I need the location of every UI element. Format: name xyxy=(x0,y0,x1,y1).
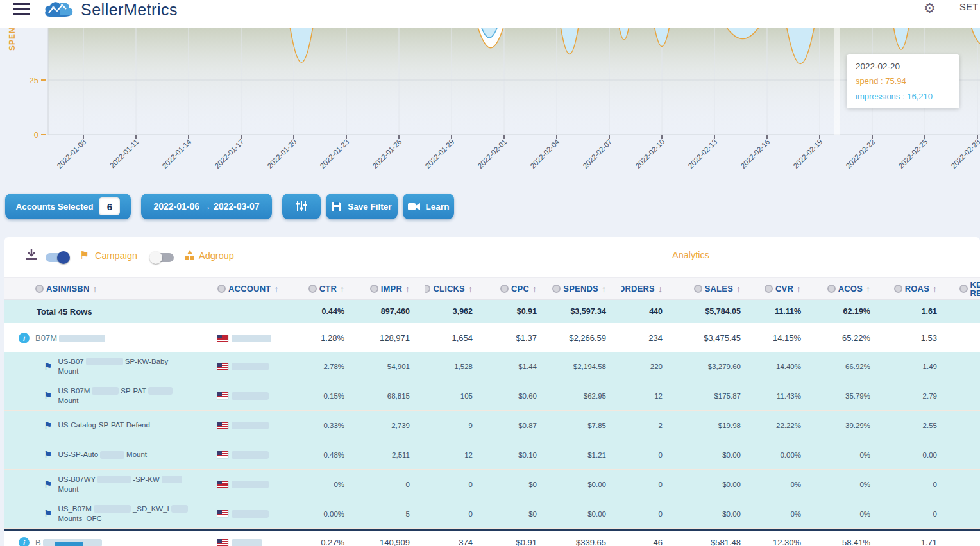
cell-spends: $2,266.59 xyxy=(552,333,621,343)
info-icon[interactable]: i xyxy=(19,537,30,546)
column-header-roas[interactable]: ROAS↑ xyxy=(886,284,952,294)
campaign-toggle[interactable] xyxy=(46,253,69,262)
table-row[interactable]: ⚑US_B07M_SD_KW_IMounts_OFC0.00%50$0$0.00… xyxy=(4,499,980,529)
chart-tooltip: 2022-02-20 spend : 75.94 impressions : 1… xyxy=(847,54,959,108)
brand-logo[interactable]: SellerMetrics xyxy=(44,0,178,19)
x-axis-label: 2022-01-14 xyxy=(137,138,192,193)
x-axis-label: 2022-01-20 xyxy=(242,138,298,193)
cell-orders: 220 xyxy=(621,363,678,370)
download-icon[interactable] xyxy=(26,249,37,260)
sort-arrow[interactable]: ↑ xyxy=(736,284,741,294)
spend-impressions-chart[interactable]: SPEND 25 0 2022-02-20 spend : 75.94 impr… xyxy=(0,28,980,191)
redacted-account xyxy=(232,422,269,429)
date-range-button[interactable]: 2022-01-06 → 2022-03-07 xyxy=(141,194,272,219)
cell-clicks: 105 xyxy=(425,392,488,400)
adgroup-toggle-label: Adgroup xyxy=(199,251,234,261)
column-header-orders[interactable]: ORDERS↓ xyxy=(621,284,678,294)
menu-icon[interactable] xyxy=(13,3,30,15)
settings-gear-icon[interactable]: ⚙ xyxy=(924,1,936,16)
redacted-text xyxy=(94,505,131,513)
cell-cpc: $1.44 xyxy=(488,363,552,370)
column-header-asin[interactable]: ASIN/ISBN↑ xyxy=(4,284,217,294)
row-name: US-B07SP-KW-BabyMount xyxy=(58,357,168,376)
column-header-clicks[interactable]: CLICKS↑ xyxy=(425,284,488,294)
cell-impr: 68,815 xyxy=(360,392,425,400)
cell-cpc: $0.10 xyxy=(488,451,552,459)
table-header-row: ASIN/ISBN↑ACCOUNT↑CTR↑IMPR↑CLICKS↑CPC↑SP… xyxy=(4,277,980,300)
x-axis-label: 2022-02-13 xyxy=(663,138,718,193)
table-row[interactable]: iB07M1.28%128,9711,654$1.37$2,266.59234$… xyxy=(4,324,980,352)
sort-arrow[interactable]: ↓ xyxy=(658,284,663,294)
table-row[interactable]: iB0.27%140,909374$0.91$339.6546$581.4812… xyxy=(4,529,980,546)
tooltip-date: 2022-02-20 xyxy=(856,62,950,71)
sort-arrow[interactable]: ↑ xyxy=(532,284,537,294)
column-info-icon xyxy=(552,285,561,293)
us-flag-icon xyxy=(217,392,228,399)
column-header-impr[interactable]: IMPR↑ xyxy=(360,284,425,294)
column-header-cpc[interactable]: CPC↑ xyxy=(488,284,552,294)
accounts-selected-button[interactable]: Accounts Selected 6 xyxy=(5,194,131,219)
adgroup-toggle[interactable] xyxy=(151,253,174,262)
sort-arrow[interactable]: ↑ xyxy=(405,284,410,294)
table-row[interactable]: ⚑US-Catalog-SP-PAT-Defend0.33%2,7399$0.8… xyxy=(4,411,980,440)
sort-arrow[interactable]: ↑ xyxy=(866,284,870,294)
cell-roas: 0 xyxy=(886,481,952,488)
column-header-acos[interactable]: ACOS↑ xyxy=(816,284,886,294)
column-header-kw[interactable]: KERE xyxy=(952,281,980,297)
column-info-icon xyxy=(217,285,226,293)
redacted-account xyxy=(232,481,269,488)
cell-spends: $339.65 xyxy=(552,538,621,546)
column-label: CVR xyxy=(775,284,793,294)
sort-arrow[interactable]: ↑ xyxy=(933,284,937,294)
cell-impr: 2,511 xyxy=(360,451,425,459)
column-header-account[interactable]: ACCOUNT↑ xyxy=(217,284,301,294)
column-label: CLICKS xyxy=(433,284,465,294)
cell-cpc: $0 xyxy=(488,481,552,488)
sort-arrow[interactable]: ↑ xyxy=(602,284,606,294)
save-filter-button[interactable]: Save Filter xyxy=(326,194,398,219)
redacted-text xyxy=(86,358,123,365)
table-row[interactable]: ⚑US-SP-AutoMount0.48%2,51112$0.10$1.210$… xyxy=(4,440,980,470)
cell-orders: 0 xyxy=(621,481,678,488)
sort-arrow[interactable]: ↑ xyxy=(93,284,97,294)
cell-acos: 65.22% xyxy=(816,333,886,343)
cell-clicks: 1,654 xyxy=(425,333,488,343)
cell-acos: 0% xyxy=(816,451,886,459)
column-label: KERE xyxy=(970,281,980,297)
sort-arrow[interactable]: ↑ xyxy=(468,284,473,294)
x-axis-label: 2022-02-01 xyxy=(453,138,508,193)
redacted-text xyxy=(92,387,119,395)
table-row[interactable]: ⚑US-B07SP-KW-BabyMount2.78%54,9011,528$1… xyxy=(4,352,980,381)
filter-settings-button[interactable] xyxy=(282,194,321,219)
redacted-account xyxy=(232,392,269,400)
x-axis-label: 2022-01-11 xyxy=(85,138,140,193)
column-header-cvr[interactable]: CVR↑ xyxy=(756,284,816,294)
cell-orders: 46 xyxy=(621,538,678,546)
cell-spends: $2,194.58 xyxy=(552,363,621,370)
cell-cvr: 11.43% xyxy=(756,392,816,400)
cell-cvr: 0% xyxy=(756,481,816,488)
x-axis-ticks xyxy=(83,135,977,139)
cell-account xyxy=(217,335,301,342)
sort-arrow[interactable]: ↑ xyxy=(797,284,801,294)
sort-arrow[interactable]: ↑ xyxy=(340,284,344,294)
cell-sales: $175.87 xyxy=(678,392,756,400)
us-flag-icon xyxy=(217,539,228,546)
column-header-spends[interactable]: SPENDS↑ xyxy=(552,284,621,294)
table-row[interactable]: ⚑US-B07WY-SP-KWMount0%00$0$0.000$0.000%0… xyxy=(4,470,980,499)
cell-name: ⚑US-B07SP-KW-BabyMount xyxy=(4,357,217,376)
cell-name: ⚑US-Catalog-SP-PAT-Defend xyxy=(4,420,217,431)
cell-cvr: 12.30% xyxy=(756,538,816,546)
info-icon[interactable]: i xyxy=(19,333,30,343)
redacted-account xyxy=(232,451,269,459)
column-header-sales[interactable]: SALES↑ xyxy=(678,284,756,294)
column-header-ctr[interactable]: CTR↑ xyxy=(301,284,360,294)
sort-arrow[interactable]: ↑ xyxy=(274,284,278,294)
learn-button[interactable]: Learn xyxy=(403,194,454,219)
table-row[interactable]: ⚑US-B07MSP-PATMount0.15%68,815105$0.60$6… xyxy=(4,381,980,411)
cell-acos: 0% xyxy=(816,481,886,488)
settings-label[interactable]: SET xyxy=(959,2,979,12)
table-controls: ⚑ Campaign Adgroup Analytics xyxy=(4,237,980,277)
cell-spends: $0.00 xyxy=(552,481,621,488)
date-range-label: 2022-01-06 → 2022-03-07 xyxy=(153,201,259,211)
